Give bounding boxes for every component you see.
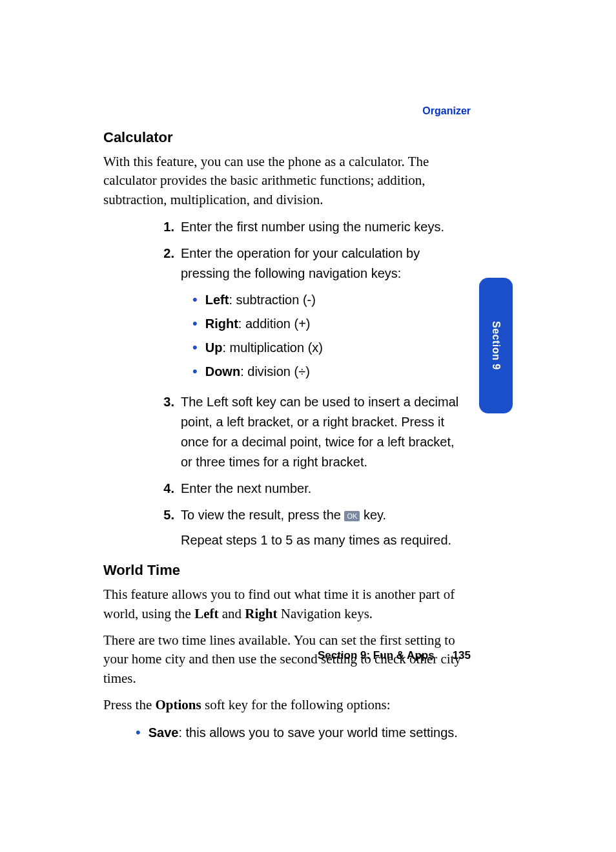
- step-2: 2. Enter the operation for your calculat…: [155, 244, 465, 386]
- step-5: 5. To view the result, press the OK key.…: [155, 505, 465, 550]
- step-number: 2.: [155, 244, 174, 386]
- step-number: 3.: [155, 392, 174, 472]
- footer-section: Section 9: Fun & Apps: [318, 649, 435, 662]
- bullet-icon: •: [192, 293, 198, 307]
- nav-up-item: • Up: multiplication (x): [192, 338, 465, 358]
- step-text: The Left soft key can be used to insert …: [181, 392, 465, 472]
- nav-label: Up: [205, 340, 223, 355]
- nav-right-item: • Right: addition (+): [192, 314, 465, 334]
- nav-desc: : multiplication (x): [222, 340, 323, 355]
- nav-label: Right: [205, 317, 238, 331]
- nav-label: Left: [205, 293, 229, 307]
- worldtime-p3: Press the Options soft key for the follo…: [103, 696, 465, 714]
- step-3: 3. The Left soft key can be used to inse…: [155, 392, 465, 472]
- header-category-label: Organizer: [422, 105, 471, 117]
- footer-page-number: 135: [453, 649, 471, 662]
- nav-down-item: • Down: division (÷): [192, 362, 465, 382]
- step-1: 1. Enter the first number using the nume…: [155, 217, 465, 237]
- step-text-before: To view the result, press the: [181, 508, 344, 522]
- bullet-icon: •: [192, 340, 198, 355]
- step-4: 4. Enter the next number.: [155, 479, 465, 499]
- worldtime-p1: This feature allows you to find out what…: [103, 585, 465, 623]
- step-text: Enter the first number using the numeric…: [181, 217, 465, 237]
- nav-label: Down: [205, 364, 240, 379]
- save-desc: : this allows you to save your world tim…: [178, 725, 457, 740]
- save-option: • Save: this allows you to save your wor…: [136, 723, 465, 742]
- ok-key-icon: OK: [344, 511, 360, 521]
- step-number: 5.: [155, 505, 174, 550]
- calculator-intro: With this feature, you can use the phone…: [103, 152, 465, 209]
- section-tab-text: Section 9: [490, 321, 502, 370]
- page-footer: Section 9: Fun & Apps 135: [318, 649, 471, 662]
- bullet-icon: •: [192, 364, 198, 379]
- save-label: Save: [149, 725, 179, 740]
- step-number: 1.: [155, 217, 174, 237]
- step-text: Enter the next number.: [181, 479, 465, 499]
- nav-desc: : division (÷): [240, 364, 310, 379]
- step-text-after: key.: [360, 508, 386, 522]
- section-tab: Section 9: [479, 278, 513, 413]
- step-number: 4.: [155, 479, 174, 499]
- bullet-icon: •: [192, 317, 198, 331]
- worldtime-heading: World Time: [103, 562, 465, 579]
- calculator-heading: Calculator: [103, 129, 465, 146]
- bullet-icon: •: [136, 725, 141, 740]
- nav-desc: : subtraction (-): [229, 293, 315, 307]
- nav-left-item: • Left: subtraction (-): [192, 290, 465, 310]
- nav-desc: : addition (+): [238, 317, 311, 331]
- repeat-note: Repeat steps 1 to 5 as many times as req…: [181, 530, 465, 550]
- step-text: Enter the operation for your calculation…: [181, 246, 420, 280]
